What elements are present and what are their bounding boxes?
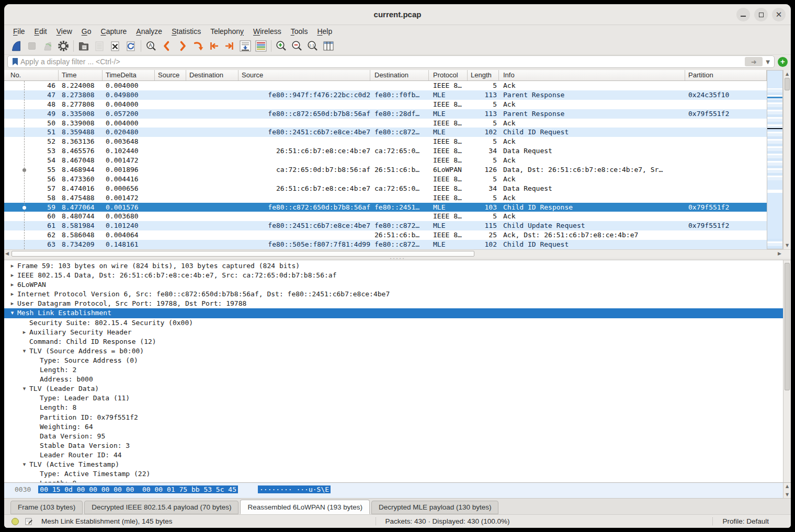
expander-arrow-icon[interactable]: ▸ <box>7 271 17 280</box>
zoom-in-icon[interactable] <box>274 39 289 53</box>
expander-arrow-icon[interactable] <box>30 441 40 450</box>
packet-row[interactable]: 57 8.474016 0.000656 26:51:c6:b7:e8:ce:4… <box>4 184 767 193</box>
detail-line[interactable]: Data Version: 95 <box>4 432 791 441</box>
menu-item[interactable]: Analyze <box>131 26 167 37</box>
vscroll-thumb[interactable] <box>785 78 790 90</box>
expert-info-icon[interactable] <box>12 518 19 525</box>
resize-columns-icon[interactable] <box>321 39 336 53</box>
expander-arrow-icon[interactable]: ▸ <box>7 290 17 299</box>
expander-arrow-icon[interactable] <box>30 413 40 422</box>
expander-arrow-icon[interactable] <box>30 432 40 441</box>
detail-line[interactable]: Type: Source Address (0) <box>4 356 791 365</box>
auto-scroll-icon[interactable] <box>237 39 253 53</box>
hex-vscrollbar[interactable]: ▲ ▼ <box>783 483 791 498</box>
filter-dropdown-caret[interactable]: ▼ <box>766 59 770 65</box>
detail-line[interactable]: ▸ Auxiliary Security Header <box>4 328 791 337</box>
packet-row[interactable]: 61 8.581984 0.101240 fe80::2451:c6b7:e8c… <box>4 221 767 230</box>
detail-line[interactable]: Partition ID: 0x79f551f2 <box>4 413 791 422</box>
byte-view-tab[interactable]: Frame (103 bytes) <box>10 501 83 514</box>
packet-row[interactable]: 46 8.224008 0.004000 IEEE 8… 5 Ack <box>4 81 767 90</box>
maximize-button[interactable] <box>754 8 768 21</box>
reload-file-icon[interactable] <box>123 39 139 53</box>
detail-line[interactable]: Weighting: 64 <box>4 422 791 432</box>
scroll-down-icon[interactable]: ▼ <box>783 492 791 497</box>
expander-arrow-icon[interactable] <box>30 375 40 384</box>
intelligent-scrollbar-minimap[interactable] <box>767 70 783 249</box>
detail-line[interactable]: ▸ Frame 59: 103 bytes on wire (824 bits)… <box>4 261 791 271</box>
menu-item[interactable]: Edit <box>30 26 52 37</box>
expander-arrow-icon[interactable]: ▸ <box>19 328 29 337</box>
go-back-icon[interactable] <box>159 39 175 53</box>
column-header[interactable]: Time <box>59 70 103 80</box>
detail-line[interactable]: ▾ Mesh Link Establishment <box>4 308 791 318</box>
apply-filter-button[interactable]: ➜ <box>745 57 763 66</box>
packet-row[interactable]: 56 8.473360 0.004416 IEEE 8… 5 Ack <box>4 175 767 184</box>
go-last-packet-icon[interactable] <box>222 39 237 53</box>
packet-row[interactable]: 51 8.359488 0.020480 fe80::2451:c6b7:e8c… <box>4 128 767 137</box>
expander-arrow-icon[interactable] <box>30 394 40 403</box>
scroll-left-icon[interactable]: ◀ <box>5 251 9 256</box>
column-header[interactable]: Destination <box>370 70 429 80</box>
packet-bytes-pane[interactable]: 0030 00 15 0d 00 00 00 00 00 00 00 01 75… <box>4 482 791 498</box>
bookmark-icon[interactable] <box>11 57 19 66</box>
expander-arrow-icon[interactable] <box>30 469 40 479</box>
go-first-packet-icon[interactable] <box>206 39 222 53</box>
capture-comment-icon[interactable] <box>25 517 33 525</box>
menu-item[interactable]: View <box>52 26 77 37</box>
close-file-icon[interactable] <box>107 39 123 53</box>
column-header[interactable]: Partition <box>685 70 767 80</box>
detail-line[interactable]: ▾ TLV (Source Address = b0:00) <box>4 346 791 356</box>
column-header[interactable]: Protocol <box>429 70 468 80</box>
minimize-button[interactable] <box>736 8 750 21</box>
hscroll-thumb[interactable] <box>12 251 474 257</box>
byte-view-tab[interactable]: Reassembled 6LoWPAN (193 bytes) <box>240 500 370 514</box>
scroll-up-icon[interactable]: ▲ <box>783 484 791 489</box>
menu-item[interactable]: File <box>8 26 30 37</box>
expander-arrow-icon[interactable] <box>30 479 40 482</box>
open-file-icon[interactable] <box>76 39 92 53</box>
scroll-up-icon[interactable]: ▲ <box>783 72 791 76</box>
stop-capture-icon[interactable] <box>24 39 40 53</box>
detail-line[interactable]: Type: Leader Data (11) <box>4 394 791 403</box>
expander-arrow-icon[interactable]: ▸ <box>7 261 17 271</box>
packet-row[interactable]: 49 8.335008 0.057200 fe80::c872:650d:b7b… <box>4 109 767 119</box>
byte-view-tab[interactable]: Decrypted MLE payload (130 bytes) <box>371 501 498 514</box>
display-filter-input[interactable] <box>19 57 745 66</box>
capture-options-icon[interactable] <box>55 39 71 53</box>
detail-line[interactable]: Leader Router ID: 44 <box>4 450 791 460</box>
packet-row[interactable]: 54 8.467048 0.001472 IEEE 8… 5 Ack <box>4 156 767 165</box>
column-header[interactable]: Length <box>468 70 499 80</box>
find-packet-icon[interactable]: A <box>143 39 159 53</box>
detail-line[interactable]: Command: Child ID Response (12) <box>4 337 791 346</box>
zoom-out-icon[interactable] <box>289 39 305 53</box>
detail-line[interactable]: Security Suite: 802.15.4 Security (0x00) <box>4 318 791 328</box>
packet-row[interactable]: 60 8.480744 0.003680 IEEE 8… 5 Ack <box>4 212 767 221</box>
packet-row[interactable]: 59 8.477064 0.001576 fe80::c872:650d:b7b… <box>4 203 767 212</box>
detail-line[interactable]: Type: Active Timestamp (22) <box>4 469 791 479</box>
packet-row[interactable]: 63 8.734209 0.148161 fe80::505e:f807:7f8… <box>4 240 767 249</box>
expander-arrow-icon[interactable]: ▾ <box>19 346 29 356</box>
details-scroll-thumb[interactable] <box>785 263 790 390</box>
expander-arrow-icon[interactable]: ▾ <box>7 308 17 318</box>
expander-arrow-icon[interactable] <box>30 356 40 365</box>
expander-arrow-icon[interactable]: ▾ <box>19 460 29 469</box>
start-capture-icon[interactable] <box>8 39 24 53</box>
packet-row[interactable]: 53 8.465576 0.102440 26:51:c6:b7:e8:ce:4… <box>4 146 767 156</box>
column-header[interactable]: Source <box>155 70 186 80</box>
menu-item[interactable]: Tools <box>286 26 313 37</box>
zoom-original-icon[interactable]: 1:1 <box>305 39 321 53</box>
expander-arrow-icon[interactable]: ▸ <box>7 299 17 308</box>
menu-item[interactable]: Capture <box>96 26 132 37</box>
expander-arrow-icon[interactable]: ▸ <box>7 280 17 290</box>
detail-line[interactable]: ▾ TLV (Active Timestamp) <box>4 460 791 469</box>
status-profile[interactable]: Profile: Default <box>712 517 783 525</box>
packet-row[interactable]: 55 8.468944 0.001896 ca:72:65:0d:b7:b8:5… <box>4 165 767 175</box>
packet-row[interactable]: 58 8.475488 0.001472 IEEE 8… 5 Ack <box>4 193 767 203</box>
restart-capture-icon[interactable] <box>40 39 55 53</box>
expander-arrow-icon[interactable] <box>30 403 40 412</box>
details-vscrollbar[interactable] <box>783 260 791 482</box>
scroll-down-icon[interactable]: ▼ <box>783 243 791 248</box>
column-header[interactable]: No. <box>4 70 59 80</box>
close-button[interactable]: ✕ <box>772 8 786 21</box>
detail-line[interactable]: ▸ User Datagram Protocol, Src Port: 1978… <box>4 299 791 308</box>
